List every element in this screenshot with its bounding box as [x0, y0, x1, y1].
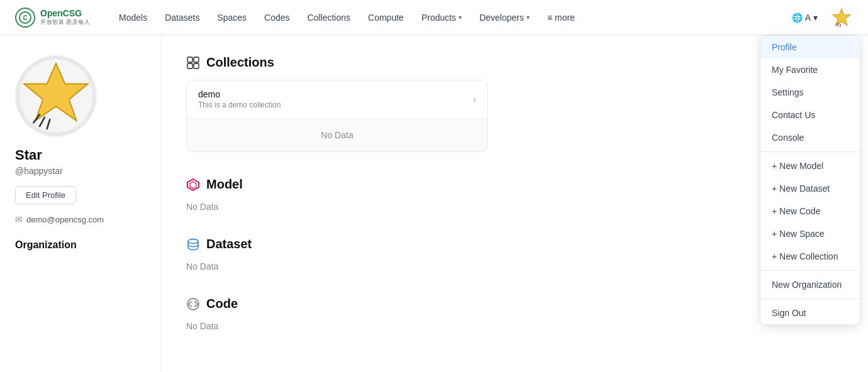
dropdown-item-profile[interactable]: Profile — [760, 36, 860, 58]
collection-card: demoThis is a demo collection›No Data — [186, 80, 488, 152]
email-icon: ✉ — [15, 214, 23, 224]
dataset-no-data: No Data — [186, 261, 843, 271]
section-title-code: Code — [186, 297, 843, 311]
email-row: ✉ demo@opencsg.com — [15, 214, 145, 224]
section-title-collections: Collections — [186, 55, 843, 70]
svg-rect-15 — [194, 63, 199, 68]
dropdown-create-+newdataset[interactable]: + New Dataset — [760, 177, 860, 200]
logo-text: OpenCSG 开放智算 惠及每人 — [40, 8, 90, 26]
collection-name: demo — [198, 89, 281, 99]
dropdown-new-org[interactable]: New Organization — [760, 273, 860, 296]
lang-label: A — [805, 13, 811, 23]
code-icon — [186, 297, 200, 311]
section-label-dataset: Dataset — [206, 237, 252, 251]
user-dropdown-menu: ProfileMy FavoriteSettingsContact UsCons… — [760, 35, 860, 325]
collection-header[interactable]: demoThis is a demo collection› — [187, 80, 487, 119]
nav-item-spaces[interactable]: Spaces — [208, 0, 255, 35]
logo[interactable]: C OpenCSG 开放智算 惠及每人 — [15, 8, 90, 28]
model-no-data: No Data — [186, 202, 843, 212]
page-layout: Star @happystar Edit Profile ✉ demo@open… — [0, 35, 868, 372]
svg-rect-14 — [187, 63, 192, 68]
section-model: ModelNo Data — [186, 177, 843, 212]
section-title-dataset: Dataset — [186, 237, 843, 251]
collection-no-data: No Data — [187, 119, 487, 151]
dropdown-item-myfavorite[interactable]: My Favorite — [760, 58, 860, 81]
section-title-model: Model — [186, 177, 843, 192]
edit-profile-button[interactable]: Edit Profile — [15, 186, 76, 204]
model-icon — [186, 178, 200, 192]
nav-item-models[interactable]: Models — [110, 0, 156, 35]
header: C OpenCSG 开放智算 惠及每人 ModelsDatasetsSpaces… — [0, 0, 868, 35]
dataset-icon — [186, 238, 200, 251]
section-dataset: DatasetNo Data — [186, 237, 843, 271]
lang-chevron: ▾ — [813, 13, 818, 23]
collection-description: This is a demo collection — [198, 101, 281, 109]
org-label: Organization — [15, 239, 145, 251]
menu-divider-3 — [760, 298, 860, 299]
dropdown-create-+newcollection[interactable]: + New Collection — [760, 245, 860, 268]
dropdown-item-settings[interactable]: Settings — [760, 81, 860, 104]
header-right: 🌐 A ▾ — [787, 6, 853, 29]
avatar-container — [15, 55, 97, 137]
profile-email: demo@opencsg.com — [26, 215, 104, 224]
svg-rect-13 — [194, 57, 199, 62]
profile-username: Star — [15, 147, 145, 163]
section-collections: CollectionsdemoThis is a demo collection… — [186, 55, 843, 152]
profile-handle: @happystar — [15, 166, 145, 176]
collections-icon — [186, 56, 200, 70]
code-no-data: No Data — [186, 321, 843, 331]
dropdown-item-contactus[interactable]: Contact Us — [760, 104, 860, 126]
dropdown-create-+newcode[interactable]: + New Code — [760, 200, 860, 222]
nav-item-compute[interactable]: Compute — [359, 0, 413, 35]
nav-item-more[interactable]: ≡ more — [538, 0, 584, 35]
svg-marker-17 — [190, 182, 196, 189]
section-label-code: Code — [206, 297, 238, 311]
section-label-collections: Collections — [206, 55, 274, 70]
dropdown-create-+newmodel[interactable]: + New Model — [760, 155, 860, 177]
lang-icon: 🌐 — [792, 13, 803, 23]
dropdown-signout[interactable]: Sign Out — [760, 302, 860, 324]
menu-divider-2 — [760, 270, 860, 271]
dropdown-item-console[interactable]: Console — [760, 126, 860, 149]
svg-line-5 — [840, 24, 840, 26]
nav-item-developers[interactable]: Developers▾ — [470, 0, 538, 35]
logo-sub-text: 开放智算 惠及每人 — [40, 18, 90, 26]
nav-item-datasets[interactable]: Datasets — [156, 0, 208, 35]
svg-text:C: C — [23, 14, 27, 21]
language-switcher[interactable]: 🌐 A ▾ — [787, 10, 823, 25]
svg-marker-2 — [833, 8, 851, 26]
main-nav: ModelsDatasetsSpacesCodesCollectionsComp… — [110, 0, 787, 35]
sidebar: Star @happystar Edit Profile ✉ demo@open… — [0, 35, 161, 372]
star-icon — [832, 8, 852, 28]
collection-info: demoThis is a demo collection — [198, 89, 281, 109]
svg-rect-12 — [187, 57, 192, 62]
section-label-model: Model — [206, 177, 243, 192]
svg-point-18 — [188, 239, 198, 243]
logo-icon: C — [15, 8, 35, 28]
chevron-down-icon: ▾ — [526, 14, 530, 21]
chevron-right-icon: › — [473, 94, 476, 104]
chevron-down-icon: ▾ — [459, 14, 462, 21]
nav-item-products[interactable]: Products▾ — [413, 0, 470, 35]
section-code: CodeNo Data — [186, 297, 843, 331]
nav-item-collections[interactable]: Collections — [299, 0, 359, 35]
menu-divider-1 — [760, 151, 860, 152]
dropdown-create-+newspace[interactable]: + New Space — [760, 222, 860, 245]
logo-main-text: OpenCSG — [40, 8, 90, 18]
user-avatar-button[interactable] — [830, 6, 853, 29]
profile-avatar — [15, 55, 97, 137]
nav-item-codes[interactable]: Codes — [255, 0, 298, 35]
